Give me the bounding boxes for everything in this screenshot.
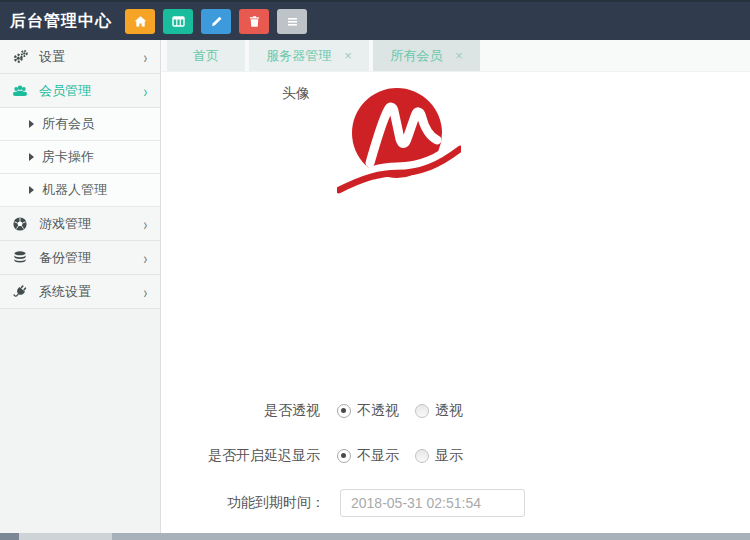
sidebar-item-members[interactable]: 会员管理 › <box>0 74 160 108</box>
radio-unselected-icon[interactable] <box>415 404 429 418</box>
expire-time-input[interactable] <box>340 489 525 517</box>
expire-label: 功能到期时间： <box>161 494 325 512</box>
sidebar-item-games[interactable]: 游戏管理 › <box>0 207 160 241</box>
sidebar-item-label: 设置 <box>39 48 143 66</box>
delay-label: 是否开启延迟显示 <box>161 447 320 465</box>
radio-selected-icon[interactable] <box>337 404 351 418</box>
sidebar-item-label: 会员管理 <box>39 82 143 100</box>
home-button[interactable] <box>125 9 155 34</box>
delete-button[interactable] <box>239 9 269 34</box>
radio-option-display[interactable]: 显示 <box>415 447 463 465</box>
perspective-row: 是否透视 不透视 透视 <box>161 402 750 420</box>
radio-unselected-icon[interactable] <box>415 449 429 463</box>
radio-option-label[interactable]: 不显示 <box>357 447 399 465</box>
sidebar-subitem-label: 机器人管理 <box>42 181 107 199</box>
expire-row: 功能到期时间： <box>161 489 750 517</box>
delay-radio-group: 不显示 显示 <box>337 447 479 465</box>
tab-all-members[interactable]: 所有会员 × <box>373 40 480 71</box>
chevron-right-icon: › <box>144 81 148 100</box>
sidebar: 设置 › 会员管理 › 所有会员 房卡操作 机器人管理 游戏管理 › 备份管理 … <box>0 40 161 533</box>
caret-right-icon <box>29 186 34 194</box>
radio-option-label[interactable]: 透视 <box>435 402 463 420</box>
perspective-radio-group: 不透视 透视 <box>337 402 479 420</box>
delay-row: 是否开启延迟显示 不显示 显示 <box>161 447 750 465</box>
trash-icon <box>248 15 261 28</box>
tab-home[interactable]: 首页 <box>167 40 245 71</box>
plug-icon <box>12 284 28 300</box>
scrollbar-corner <box>0 533 19 540</box>
sidebar-subitem-label: 房卡操作 <box>42 148 94 166</box>
caret-right-icon <box>29 153 34 161</box>
sidebar-item-label: 备份管理 <box>39 249 143 267</box>
table-icon <box>172 15 185 28</box>
tab-label: 服务器管理 <box>266 47 331 65</box>
chevron-right-icon: › <box>144 47 148 66</box>
database-icon <box>12 250 28 266</box>
radio-selected-icon[interactable] <box>337 449 351 463</box>
home-icon <box>134 15 147 28</box>
sidebar-item-backup[interactable]: 备份管理 › <box>0 241 160 275</box>
close-icon[interactable]: × <box>344 49 352 62</box>
top-header-bar: 后台管理中心 <box>0 0 750 40</box>
radio-option-perspective[interactable]: 透视 <box>415 402 463 420</box>
tab-bar: 首页 服务器管理 × 所有会员 × <box>161 40 750 72</box>
sidebar-subitem-robots[interactable]: 机器人管理 <box>0 174 160 207</box>
tab-label: 首页 <box>193 47 219 65</box>
soccer-ball-icon <box>12 216 28 232</box>
scrollbar-thumb[interactable] <box>19 533 112 540</box>
main-content: 头像 是否透视 不透视 透视 是否开启延迟显示 <box>161 72 750 533</box>
horizontal-scrollbar[interactable] <box>0 533 750 540</box>
radio-option-label[interactable]: 显示 <box>435 447 463 465</box>
sidebar-subitem-label: 所有会员 <box>42 115 94 133</box>
caret-right-icon <box>29 120 34 128</box>
list-icon <box>286 15 299 28</box>
avatar-image <box>337 85 461 199</box>
sidebar-item-label: 系统设置 <box>39 283 143 301</box>
users-icon <box>12 83 28 99</box>
tab-server-management[interactable]: 服务器管理 × <box>249 40 369 71</box>
table-button[interactable] <box>163 9 193 34</box>
avatar-row: 头像 <box>161 72 750 199</box>
sidebar-item-settings[interactable]: 设置 › <box>0 40 160 74</box>
perspective-label: 是否透视 <box>161 402 320 420</box>
radio-option-label[interactable]: 不透视 <box>357 402 399 420</box>
edit-button[interactable] <box>201 9 231 34</box>
pencil-icon <box>210 15 223 28</box>
chevron-right-icon: › <box>144 282 148 301</box>
tab-label: 所有会员 <box>390 47 442 65</box>
gears-icon <box>12 49 28 65</box>
chevron-right-icon: › <box>144 214 148 233</box>
sidebar-subitem-all-members[interactable]: 所有会员 <box>0 108 160 141</box>
header-quick-buttons <box>125 9 315 34</box>
chevron-right-icon: › <box>144 248 148 267</box>
sidebar-subitem-roomcard[interactable]: 房卡操作 <box>0 141 160 174</box>
sidebar-item-label: 游戏管理 <box>39 215 143 233</box>
sidebar-item-system[interactable]: 系统设置 › <box>0 275 160 309</box>
app-title: 后台管理中心 <box>10 11 112 32</box>
avatar-label: 头像 <box>161 83 310 103</box>
radio-option-no-display[interactable]: 不显示 <box>337 447 399 465</box>
menu-button[interactable] <box>277 9 307 34</box>
close-icon[interactable]: × <box>455 49 463 62</box>
radio-option-no-perspective[interactable]: 不透视 <box>337 402 399 420</box>
